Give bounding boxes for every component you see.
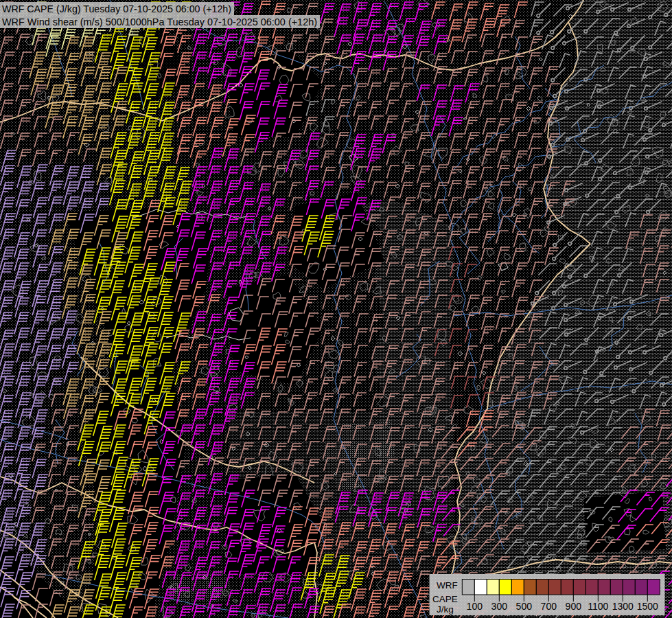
svg-text:WRF CAPE (J/kg) Tuesday 07-10-: WRF CAPE (J/kg) Tuesday 07-10-2025 06:00…	[2, 3, 231, 14]
svg-text:1500: 1500	[637, 601, 658, 612]
svg-text:1100: 1100	[588, 601, 608, 612]
svg-text:900: 900	[566, 601, 582, 612]
svg-text:1300: 1300	[612, 601, 634, 612]
svg-text:500: 500	[516, 601, 533, 612]
svg-text:WRF Wind shear (m/s) 500/1000h: WRF Wind shear (m/s) 500/1000hPa Tuesday…	[2, 16, 317, 27]
svg-text:J/kg: J/kg	[437, 604, 454, 615]
svg-text:CAPE: CAPE	[432, 594, 458, 604]
svg-text:300: 300	[491, 601, 508, 612]
svg-text:WRF: WRF	[437, 580, 458, 591]
svg-text:700: 700	[541, 601, 557, 612]
svg-text:100: 100	[467, 601, 483, 612]
